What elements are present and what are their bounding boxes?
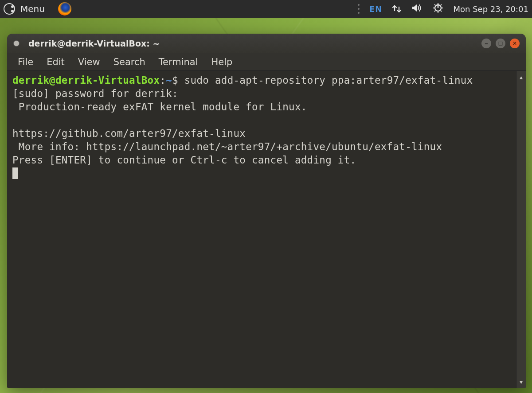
terminal-line: Press [ENTER] to continue or Ctrl-c to c… bbox=[12, 154, 356, 166]
prompt-user-host: derrik@derrik-VirtualBox bbox=[12, 74, 160, 86]
scrollbar-up-icon[interactable]: ▴ bbox=[520, 73, 523, 82]
network-icon[interactable] bbox=[392, 4, 402, 13]
menu-view[interactable]: View bbox=[73, 55, 106, 69]
prompt-sep: : bbox=[160, 74, 166, 86]
terminal-line: More info: https://launchpad.net/~arter9… bbox=[12, 141, 442, 152]
window-minimize-button[interactable] bbox=[481, 39, 491, 48]
window-controls bbox=[481, 39, 520, 48]
terminal-window: derrik@derrik-VirtualBox: ~ File Edit Vi… bbox=[7, 34, 526, 388]
terminal-scrollbar[interactable]: ▴ ▾ bbox=[516, 71, 526, 388]
volume-icon[interactable] bbox=[411, 4, 423, 15]
terminal-cursor bbox=[12, 167, 18, 179]
menu-terminal[interactable]: Terminal bbox=[153, 55, 203, 69]
system-top-panel: Menu EN bbox=[0, 0, 532, 18]
scrollbar-down-icon[interactable]: ▾ bbox=[520, 377, 523, 386]
applications-menu-button[interactable]: Menu bbox=[20, 4, 45, 14]
terminal-line: [sudo] password for derrik: bbox=[12, 88, 178, 99]
menu-search[interactable]: Search bbox=[108, 55, 151, 69]
window-maximize-button[interactable] bbox=[496, 39, 505, 48]
terminal-menubar: File Edit View Search Terminal Help bbox=[7, 53, 526, 71]
prompt-symbol: $ bbox=[172, 74, 184, 86]
terminal-line: Production-ready exFAT kernel module for… bbox=[12, 101, 307, 113]
menu-help[interactable]: Help bbox=[206, 55, 238, 69]
window-app-indicator-icon bbox=[13, 40, 20, 47]
svg-line-6 bbox=[434, 4, 435, 5]
menu-file[interactable]: File bbox=[12, 55, 39, 69]
svg-line-8 bbox=[434, 11, 435, 12]
svg-line-7 bbox=[441, 11, 442, 12]
terminal-body: derrik@derrik-VirtualBox:~$ sudo add-apt… bbox=[7, 71, 526, 388]
power-gear-icon[interactable] bbox=[433, 3, 443, 16]
svg-line-9 bbox=[441, 4, 442, 5]
terminal-line: https://github.com/arter97/exfat-linux bbox=[12, 128, 246, 139]
ubuntu-logo-icon[interactable] bbox=[4, 3, 15, 15]
window-titlebar[interactable]: derrik@derrik-VirtualBox: ~ bbox=[7, 34, 526, 53]
window-close-button[interactable] bbox=[510, 39, 520, 48]
window-title: derrik@derrik-VirtualBox: ~ bbox=[28, 39, 481, 48]
keyboard-language-indicator[interactable]: EN bbox=[369, 4, 382, 14]
menu-edit[interactable]: Edit bbox=[41, 55, 70, 69]
terminal-text-area[interactable]: derrik@derrik-VirtualBox:~$ sudo add-apt… bbox=[7, 71, 516, 388]
firefox-icon[interactable] bbox=[58, 2, 71, 16]
clock-label[interactable]: Mon Sep 23, 20:01 bbox=[453, 4, 528, 14]
panel-left: Menu bbox=[4, 2, 71, 16]
panel-drag-handle-icon[interactable] bbox=[358, 4, 360, 14]
prompt-path: ~ bbox=[166, 74, 172, 86]
terminal-command: sudo add-apt-repository ppa:arter97/exfa… bbox=[184, 74, 473, 86]
panel-right: EN bbox=[358, 3, 528, 16]
